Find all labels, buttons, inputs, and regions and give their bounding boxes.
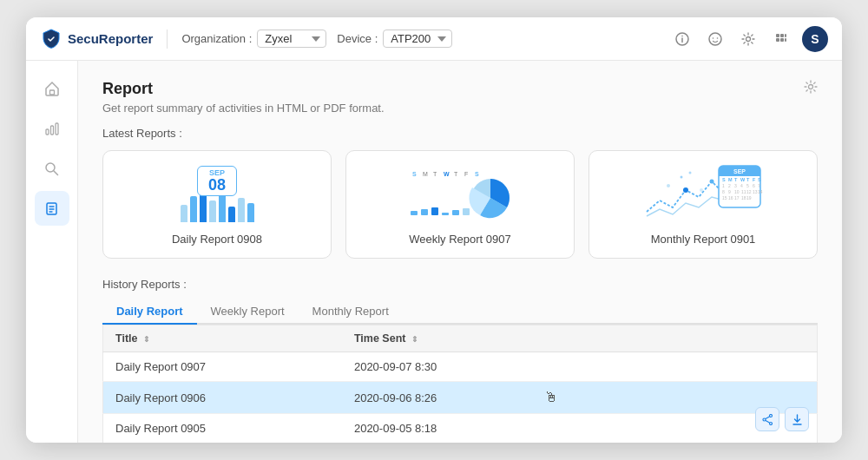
tab-weekly-report[interactable]: Weekly Report bbox=[197, 299, 299, 325]
daily-calendar-badge: SEP 08 bbox=[197, 166, 237, 197]
org-select-group: Organization : Zyxel bbox=[181, 30, 326, 48]
row-1-title: Daily Report 0906 bbox=[103, 382, 342, 414]
svg-text:17: 17 bbox=[734, 195, 740, 200]
history-tabs: Daily Report Weekly Report Monthly Repor… bbox=[102, 299, 818, 325]
row-0-title: Daily Report 0907 bbox=[103, 352, 342, 382]
report-cards: SEP 08 bbox=[102, 150, 818, 259]
tab-daily-report[interactable]: Daily Report bbox=[102, 299, 197, 325]
svg-rect-8 bbox=[780, 34, 784, 37]
download-button[interactable] bbox=[785, 407, 809, 431]
info-button[interactable] bbox=[670, 27, 694, 51]
svg-rect-13 bbox=[49, 90, 54, 95]
bar-4 bbox=[209, 200, 216, 222]
sidebar-item-search[interactable] bbox=[35, 151, 69, 186]
weekly-chart-svg: S M T W T F S bbox=[404, 166, 516, 222]
table-header-row: Title ⇕ Time Sent ⇕ bbox=[103, 325, 818, 352]
device-select[interactable]: ATP200 bbox=[383, 30, 452, 48]
svg-text:F: F bbox=[464, 171, 468, 177]
svg-text:S: S bbox=[758, 177, 761, 182]
svg-point-38 bbox=[683, 187, 688, 193]
svg-rect-7 bbox=[776, 34, 779, 37]
table-body: Daily Report 0907 2020-09-07 8:30 Daily … bbox=[103, 352, 818, 444]
th-time-sent: Time Sent ⇕ bbox=[342, 325, 818, 352]
report-card-monthly[interactable]: SEP S M T W T F S 1 2 3 bbox=[589, 150, 818, 259]
svg-text:T: T bbox=[454, 171, 458, 177]
svg-line-78 bbox=[766, 420, 770, 423]
report-card-daily[interactable]: SEP 08 bbox=[102, 150, 332, 259]
svg-text:2: 2 bbox=[728, 183, 731, 188]
svg-rect-32 bbox=[411, 211, 418, 215]
sort-arrow-title[interactable]: ⇕ bbox=[143, 335, 150, 344]
svg-text:18: 18 bbox=[741, 195, 746, 200]
sidebar-item-home[interactable] bbox=[35, 71, 69, 106]
svg-text:S: S bbox=[722, 177, 726, 182]
svg-point-76 bbox=[763, 418, 766, 421]
gear-icon bbox=[804, 80, 818, 94]
org-select[interactable]: Zyxel bbox=[257, 30, 326, 48]
bar-5 bbox=[219, 194, 226, 222]
svg-point-71 bbox=[681, 176, 683, 179]
svg-point-2 bbox=[681, 35, 683, 36]
settings-button[interactable] bbox=[736, 27, 760, 51]
svg-point-72 bbox=[700, 188, 703, 192]
tab-daily-label: Daily Report bbox=[116, 305, 183, 318]
sidebar-item-analytics[interactable] bbox=[35, 111, 69, 146]
table-header: Title ⇕ Time Sent ⇕ bbox=[103, 325, 818, 352]
svg-text:8: 8 bbox=[722, 189, 725, 194]
svg-point-4 bbox=[713, 37, 714, 39]
monthly-chart-svg: SEP S M T W T F S 1 2 3 bbox=[642, 164, 764, 223]
bar-6 bbox=[228, 207, 235, 222]
svg-text:10: 10 bbox=[734, 189, 740, 194]
svg-text:S: S bbox=[412, 171, 417, 177]
emoji-button[interactable] bbox=[703, 27, 727, 51]
tab-monthly-report[interactable]: Monthly Report bbox=[299, 299, 403, 325]
svg-point-70 bbox=[667, 184, 670, 187]
svg-text:13: 13 bbox=[753, 189, 758, 194]
bar-7 bbox=[238, 198, 245, 222]
table-row: Daily Report 0905 2020-09-05 8:18 bbox=[103, 414, 818, 444]
sort-arrow-time[interactable]: ⇕ bbox=[411, 335, 418, 344]
table-row-highlighted: Daily Report 0906 2020-09-06 8:26 🖱 bbox=[103, 382, 818, 414]
apps-button[interactable] bbox=[769, 27, 793, 51]
svg-text:4: 4 bbox=[740, 183, 743, 188]
svg-text:W: W bbox=[444, 171, 450, 177]
apps-icon bbox=[774, 32, 788, 46]
svg-point-73 bbox=[689, 172, 692, 174]
logo-icon bbox=[40, 28, 62, 50]
svg-rect-15 bbox=[50, 126, 53, 135]
tab-weekly-label: Weekly Report bbox=[211, 305, 285, 318]
svg-text:W: W bbox=[740, 177, 746, 182]
avatar[interactable]: S bbox=[802, 26, 828, 52]
content-header: Report bbox=[102, 80, 818, 98]
svg-text:16: 16 bbox=[728, 195, 733, 200]
share-icon bbox=[762, 414, 773, 425]
info-icon bbox=[675, 32, 689, 46]
bar-2 bbox=[190, 196, 197, 222]
share-button[interactable] bbox=[755, 407, 779, 431]
svg-line-18 bbox=[54, 171, 58, 175]
tab-monthly-label: Monthly Report bbox=[312, 305, 389, 318]
row-0-time: 2020-09-07 8:30 bbox=[342, 352, 818, 382]
svg-text:M: M bbox=[728, 177, 733, 182]
history-label: History Reports : bbox=[102, 278, 818, 291]
page-settings-button[interactable] bbox=[804, 80, 818, 97]
svg-text:3: 3 bbox=[734, 183, 737, 188]
svg-text:11: 11 bbox=[741, 189, 746, 194]
row-1-time-text: 2020-09-06 8:26 bbox=[354, 391, 437, 404]
report-card-weekly[interactable]: S M T W T F S bbox=[345, 150, 575, 259]
home-icon bbox=[44, 81, 60, 96]
app-name: SecuReporter bbox=[68, 31, 153, 46]
svg-point-39 bbox=[710, 180, 714, 184]
main-layout: Report Get report summary of activities … bbox=[26, 61, 842, 443]
sidebar-item-report[interactable] bbox=[35, 191, 69, 226]
download-icon bbox=[792, 414, 803, 425]
org-label: Organization : bbox=[181, 32, 252, 45]
device-label: Device : bbox=[337, 32, 378, 45]
topbar-right: S bbox=[670, 26, 828, 52]
svg-point-3 bbox=[709, 33, 721, 45]
svg-text:1: 1 bbox=[722, 183, 725, 188]
latest-reports-label: Latest Reports : bbox=[102, 127, 818, 140]
history-table: Title ⇕ Time Sent ⇕ Daily Report 0907 bbox=[102, 325, 818, 443]
svg-rect-34 bbox=[431, 207, 438, 215]
daily-badge-day: 08 bbox=[201, 177, 233, 194]
